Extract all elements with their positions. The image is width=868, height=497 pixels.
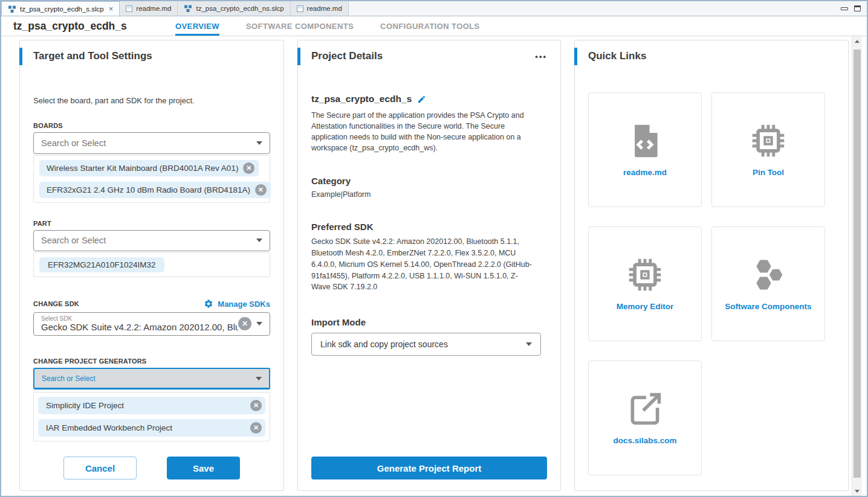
tab-configuration-tools[interactable]: CONFIGURATION TOOLS	[380, 16, 480, 36]
external-link-icon	[627, 391, 663, 427]
chip-icon	[627, 257, 663, 293]
minimize-icon[interactable]	[841, 7, 848, 10]
file-icon	[297, 5, 303, 12]
part-search-input[interactable]	[41, 236, 251, 245]
editor-tab-slcp-ns[interactable]: tz_psa_crypto_ecdh_ns.slcp	[178, 1, 290, 16]
overview-content: Target and Tool Settings Select the boar…	[1, 36, 867, 496]
boards-select[interactable]	[33, 132, 270, 154]
generators-search-input[interactable]	[42, 374, 251, 383]
sdk-select-label: Select SDK	[41, 315, 238, 322]
change-sdk-label: CHANGE SDK	[33, 300, 79, 307]
slcp-project-icon	[8, 5, 16, 13]
cancel-button[interactable]: Cancel	[63, 457, 137, 479]
generators-chip-list: Simplicity IDE Project ✕ IAR Embedded Wo…	[33, 392, 270, 441]
chevron-down-icon[interactable]	[526, 342, 532, 346]
scrollbar-thumb[interactable]	[853, 50, 861, 478]
board-chip: EFR32xG21 2.4 GHz 10 dBm Radio Board (BR…	[39, 182, 271, 198]
quick-link-label[interactable]: Software Components	[725, 302, 811, 311]
editor-tab-label: tz_psa_crypto_ecdh_s.slcp	[20, 5, 104, 13]
project-name: tz_psa_crypto_ecdh_s	[311, 94, 412, 104]
tab-software-components[interactable]: SOFTWARE COMPONENTS	[246, 16, 354, 36]
generator-chip: Simplicity IDE Project ✕	[38, 397, 265, 414]
manage-sdks-link[interactable]: Manage SDKs	[218, 300, 270, 309]
tab-overview[interactable]: OVERVIEW	[175, 16, 219, 36]
board-chip: Wireless Starter Kit Mainboard (BRD4001A…	[39, 160, 259, 176]
editor-tab-label: readme.md	[307, 5, 342, 12]
remove-chip-icon[interactable]: ✕	[243, 162, 254, 174]
manage-sdks[interactable]: Manage SDKs	[204, 299, 270, 309]
target-tool-settings-card: Target and Tool Settings Select the boar…	[19, 40, 284, 491]
card-accent-bar	[297, 48, 300, 65]
boards-label: BOARDS	[33, 122, 270, 129]
chip-icon	[750, 123, 786, 159]
page-title: tz_psa_crypto_ecdh_s	[13, 20, 175, 33]
sdk-select-value: Gecko SDK Suite v4.2.2: Amazon 202012.00…	[41, 322, 238, 332]
card-accent-bar	[19, 48, 22, 65]
hexagons-icon	[750, 257, 786, 293]
settings-buttons: Cancel Save	[33, 457, 270, 479]
change-sdk-row: CHANGE SDK Manage SDKs	[33, 299, 270, 309]
more-options-icon[interactable]: •••	[535, 50, 547, 60]
quick-link-label[interactable]: Pin Tool	[753, 168, 784, 177]
sdk-select-texts: Select SDK Gecko SDK Suite v4.2.2: Amazo…	[41, 315, 238, 332]
card-accent-bar	[574, 48, 577, 65]
scroll-down-icon[interactable]	[852, 486, 862, 496]
card-title: Target and Tool Settings	[33, 50, 270, 62]
quick-links-card: Quick Links readme.md	[574, 40, 849, 491]
close-icon[interactable]: ×	[109, 4, 114, 13]
save-button[interactable]: Save	[167, 457, 240, 479]
header-nav: OVERVIEW SOFTWARE COMPONENTS CONFIGURATI…	[175, 16, 480, 36]
generate-report-button[interactable]: Generate Project Report	[311, 457, 547, 479]
card-title: Quick Links	[588, 50, 835, 62]
editor-tab-slcp-s[interactable]: tz_psa_crypto_ecdh_s.slcp ×	[1, 1, 120, 16]
maximize-icon[interactable]	[854, 5, 861, 11]
scroll-up-icon[interactable]	[852, 36, 862, 46]
quick-link-pin-tool[interactable]: Pin Tool	[711, 92, 825, 207]
boards-search-input[interactable]	[41, 138, 251, 148]
quick-link-label[interactable]: docs.silabs.com	[613, 436, 676, 445]
import-mode-select[interactable]: Link sdk and copy project sources	[311, 333, 541, 356]
chevron-down-icon[interactable]	[256, 239, 262, 242]
vertical-scrollbar[interactable]	[852, 36, 862, 496]
quick-link-software-components[interactable]: Software Components	[711, 226, 825, 341]
editor-tab-readme-1[interactable]: readme.md	[120, 1, 178, 16]
quick-link-label[interactable]: Memory Editor	[617, 302, 674, 311]
import-mode-value: Link sdk and copy project sources	[320, 339, 448, 349]
quick-link-label[interactable]: readme.md	[623, 168, 667, 177]
remove-chip-icon[interactable]: ✕	[250, 400, 262, 411]
generators-label: CHANGE PROJECT GENERATORS	[33, 358, 270, 365]
sdk-select[interactable]: Select SDK Gecko SDK Suite v4.2.2: Amazo…	[33, 312, 270, 336]
generator-chip: IAR Embedded Workbench Project ✕	[38, 419, 265, 437]
file-icon	[126, 5, 132, 12]
edit-pencil-icon[interactable]	[417, 95, 426, 104]
generators-select[interactable]	[33, 368, 270, 390]
quick-links-grid: readme.md Pin Tool	[588, 92, 835, 475]
editor-tab-readme-2[interactable]: readme.md	[291, 1, 349, 16]
chip-label: EFR32xG21 2.4 GHz 10 dBm Radio Board (BR…	[47, 185, 250, 194]
app-window: tz_psa_crypto_ecdh_s.slcp × readme.md tz…	[0, 0, 868, 497]
part-chip-list: EFR32MG21A010F1024IM32	[33, 252, 270, 277]
remove-chip-icon[interactable]: ✕	[250, 422, 262, 434]
part-select[interactable]	[33, 230, 270, 252]
project-header: tz_psa_crypto_ecdh_s OVERVIEW SOFTWARE C…	[1, 16, 867, 36]
quick-link-readme[interactable]: readme.md	[588, 92, 702, 207]
chevron-down-icon[interactable]	[256, 322, 262, 325]
tab-bar-spacer	[349, 1, 835, 16]
scrollbar-track[interactable]	[852, 46, 862, 486]
editor-tab-label: tz_psa_crypto_ecdh_ns.slcp	[196, 5, 283, 12]
quick-link-docs-silabs[interactable]: docs.silabs.com	[588, 361, 702, 475]
chip-label: Simplicity IDE Project	[46, 401, 124, 410]
category-heading: Category	[311, 176, 547, 186]
chevron-down-icon[interactable]	[256, 141, 262, 145]
preferred-sdk-heading: Preferred SDK	[311, 222, 547, 232]
clear-sdk-icon[interactable]: ✕	[238, 317, 251, 330]
settings-intro-text: Select the board, part and SDK for the p…	[33, 96, 270, 105]
chevron-down-icon[interactable]	[256, 377, 262, 380]
category-value: Example|Platform	[311, 189, 536, 200]
remove-chip-icon[interactable]: ✕	[255, 184, 267, 196]
quick-link-memory-editor[interactable]: Memory Editor	[588, 226, 702, 341]
project-details-card: Project Details ••• tz_psa_crypto_ecdh_s…	[297, 40, 561, 491]
part-chip: EFR32MG21A010F1024IM32	[39, 257, 164, 272]
preferred-sdk-text: Gecko SDK Suite v4.2.2: Amazon 202012.00…	[311, 236, 536, 293]
boards-chip-list: Wireless Starter Kit Mainboard (BRD4001A…	[33, 155, 270, 203]
